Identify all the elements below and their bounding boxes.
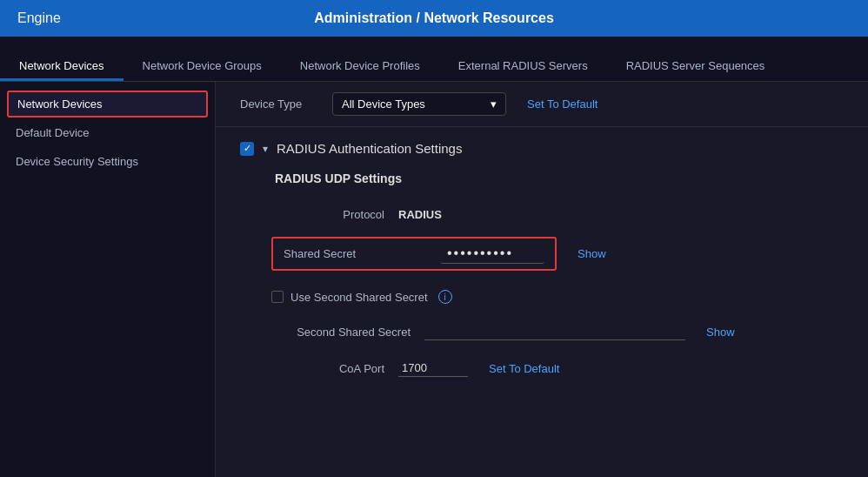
sidebar-item-network-devices[interactable]: Network Devices [7,91,208,118]
radius-auth-section: ▾ RADIUS Authentication Settings RADIUS … [216,127,868,400]
subsection-title: RADIUS UDP Settings [271,171,844,185]
use-second-secret-label: Use Second Shared Secret [290,291,428,304]
sidebar-item-default-device[interactable]: Default Device [7,119,208,146]
use-second-secret-checkbox[interactable] [271,291,284,303]
tab-network-device-profiles[interactable]: Network Device Profiles [281,37,439,81]
shared-secret-label: Shared Secret [284,247,371,260]
sidebar-item-device-security-settings[interactable]: Device Security Settings [7,148,208,175]
tab-radius-server-sequences[interactable]: RADIUS Server Sequences [607,37,785,81]
shared-secret-row: Shared Secret Show [271,230,844,278]
second-shared-secret-label: Second Shared Secret [271,326,411,339]
radius-udp-settings: RADIUS UDP Settings Protocol RADIUS Shar… [240,171,844,386]
chevron-down-icon: ▾ [491,97,497,111]
radius-auth-checkbox[interactable] [240,142,254,156]
app-header: Engine Administration / Network Resource… [0,0,868,37]
nav-tabs: Network Devices Network Device Groups Ne… [0,37,868,82]
tab-external-radius-servers[interactable]: External RADIUS Servers [439,37,607,81]
sidebar: Network Devices Default Device Device Se… [0,82,216,477]
shared-secret-input[interactable] [440,244,544,264]
protocol-value: RADIUS [398,208,442,221]
device-type-label: Device Type [240,97,318,111]
section-title: RADIUS Authentication Settings [277,141,462,156]
engine-label: Engine [17,10,61,26]
chevron-icon: ▾ [263,143,268,155]
tab-network-devices[interactable]: Network Devices [0,37,124,81]
protocol-label: Protocol [271,208,384,221]
shared-secret-box: Shared Secret [271,237,557,271]
section-header: ▾ RADIUS Authentication Settings [240,141,844,156]
coa-port-input[interactable] [398,359,468,377]
main-layout: Network Devices Default Device Device Se… [0,82,868,477]
info-icon[interactable]: i [438,290,452,304]
second-shared-secret-input[interactable] [424,323,685,340]
tab-network-device-groups[interactable]: Network Device Groups [124,37,281,81]
protocol-row: Protocol RADIUS [271,199,844,230]
second-shared-secret-row: Second Shared Secret Show [271,316,844,347]
use-second-secret-row: Use Second Shared Secret i [271,281,844,312]
coa-port-row: CoA Port Set To Default [271,351,844,386]
coa-port-label: CoA Port [271,362,384,375]
device-type-select[interactable]: All Device Types ▾ [332,92,506,116]
page-title: Administration / Network Resources [314,10,554,26]
show-shared-secret-link[interactable]: Show [578,247,606,260]
device-type-row: Device Type All Device Types ▾ Set To De… [216,82,868,127]
main-content: Device Type All Device Types ▾ Set To De… [216,82,868,477]
show-second-secret-link[interactable]: Show [706,326,735,339]
coa-set-to-default-link[interactable]: Set To Default [489,362,559,375]
set-to-default-link[interactable]: Set To Default [527,97,598,111]
